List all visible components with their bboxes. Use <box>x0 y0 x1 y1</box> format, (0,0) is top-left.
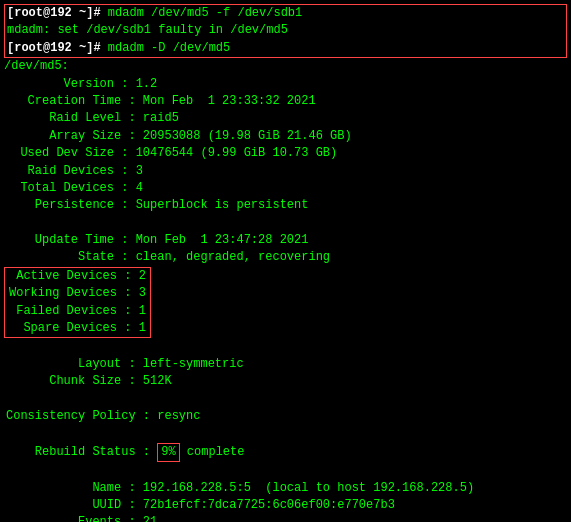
working-devices-value: 3 <box>139 286 146 300</box>
field-array-size: Array Size : 20953088 (19.98 GiB 21.46 G… <box>6 128 567 145</box>
total-devices-value: 4 <box>136 181 143 195</box>
raid-devices-value: 3 <box>136 164 143 178</box>
field-blank <box>6 215 567 232</box>
field-state: State : clean, degraded, recovering <box>6 249 567 266</box>
field-used-dev-size: Used Dev Size : 10476544 (9.99 GiB 10.73… <box>6 145 567 162</box>
field-persistence: Persistence : Superblock is persistent <box>6 197 567 214</box>
field-layout: Layout : left-symmetric <box>6 356 567 373</box>
uuid-value: 72b1efcf:7dca7725:6c06ef00:e770e7b3 <box>143 498 395 512</box>
rebuild-pct: 9% <box>161 445 175 459</box>
field-blank3 <box>6 391 567 408</box>
field-consistency: Consistency Policy : resync <box>6 408 567 425</box>
devices-box-wrapper: Active Devices : 2 Working Devices : 3 F… <box>4 267 567 339</box>
cmd-line-3: [root@192 ~]# mdadm -D /dev/md5 <box>7 40 564 57</box>
field-events: Events : 21 <box>6 514 567 522</box>
terminal: [root@192 ~]# mdadm /dev/md5 -f /dev/sdb… <box>4 4 567 522</box>
active-devices: Active Devices : 2 <box>9 268 146 285</box>
failed-devices: Failed Devices : 1 <box>9 303 146 320</box>
field-version: Version : 1.2 <box>6 76 567 93</box>
name-value: 192.168.228.5:5 (local to host 192.168.2… <box>143 481 474 495</box>
field-raid-level: Raid Level : raid5 <box>6 110 567 127</box>
command-block: [root@192 ~]# mdadm /dev/md5 -f /dev/sdb… <box>4 4 567 58</box>
events-value: 21 <box>143 515 157 522</box>
field-blank2 <box>6 338 567 355</box>
rebuild-pct-box: 9% <box>157 443 179 462</box>
field-total-devices: Total Devices : 4 <box>6 180 567 197</box>
used-dev-size-value: 10476544 (9.99 GiB 10.73 GB) <box>136 146 338 160</box>
chunk-size-value: 512K <box>143 374 172 388</box>
device-path: /dev/md5: <box>4 58 567 75</box>
field-rebuild-status: Rebuild Status : 9% complete <box>6 443 567 462</box>
devices-box: Active Devices : 2 Working Devices : 3 F… <box>4 267 151 339</box>
consistency-value: resync <box>157 409 200 423</box>
rebuild-label: complete <box>187 445 245 459</box>
field-raid-devices: Raid Devices : 3 <box>6 163 567 180</box>
info-section: Version : 1.2 Creation Time : Mon Feb 1 … <box>4 76 567 267</box>
raid-level-value: raid5 <box>143 111 179 125</box>
layout-value: left-symmetric <box>143 357 244 371</box>
update-time-value: Mon Feb 1 23:47:28 2021 <box>136 233 309 247</box>
state-value: clean, degraded, recovering <box>136 250 330 264</box>
prompt-2: [root@192 ~]# <box>7 41 101 55</box>
field-uuid: UUID : 72b1efcf:7dca7725:6c06ef00:e770e7… <box>6 497 567 514</box>
field-name: Name : 192.168.228.5:5 (local to host 19… <box>6 480 567 497</box>
field-blank5 <box>6 462 567 479</box>
creation-time-value: Mon Feb 1 23:33:32 2021 <box>143 94 316 108</box>
field-update-time: Update Time : Mon Feb 1 23:47:28 2021 <box>6 232 567 249</box>
field-chunk-size: Chunk Size : 512K <box>6 373 567 390</box>
cmd-line-2: mdadm: set /dev/sdb1 faulty in /dev/md5 <box>7 22 564 39</box>
spare-devices: Spare Devices : 1 <box>9 320 146 337</box>
cmd-line-1: [root@192 ~]# mdadm /dev/md5 -f /dev/sdb… <box>7 5 564 22</box>
field-blank4 <box>6 425 567 442</box>
array-size-value: 20953088 (19.98 GiB 21.46 GB) <box>143 129 352 143</box>
failed-devices-value: 1 <box>139 304 146 318</box>
working-devices: Working Devices : 3 <box>9 285 146 302</box>
spare-devices-value: 1 <box>139 321 146 335</box>
version-value: 1.2 <box>136 77 158 91</box>
info-section-2: Layout : left-symmetric Chunk Size : 512… <box>4 338 567 522</box>
active-devices-value: 2 <box>139 269 146 283</box>
field-creation-time: Creation Time : Mon Feb 1 23:33:32 2021 <box>6 93 567 110</box>
prompt-1: [root@192 ~]# <box>7 6 101 20</box>
persistence-value: Superblock is persistent <box>136 198 309 212</box>
